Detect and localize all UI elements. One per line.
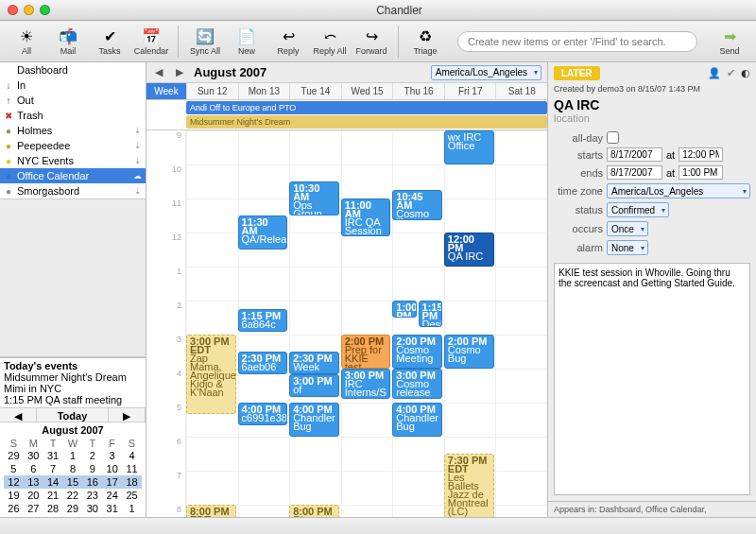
starts-date-input[interactable] [607,147,662,162]
timezone-select-detail[interactable]: America/Los_Angeles [607,183,750,198]
calendar-event[interactable]: 1:15 PMDeskto [419,301,442,327]
calendar-event[interactable]: 4:00 PMChandler Bug [392,403,442,437]
calendar-event[interactable]: 11:00 AMIRC QA Session [341,198,391,236]
calendar-button-icon: 📅 [142,26,161,45]
calendar-event[interactable]: 1:15 PM6a864c [238,309,288,332]
starts-time-input[interactable] [679,147,723,162]
ends-time-input[interactable] [679,165,723,180]
day-header[interactable]: Sat 18 [495,83,547,99]
mini-calendar-title: August 2007 [4,424,142,436]
hour-gutter: 910111212345678 [146,130,186,517]
today-button[interactable]: Today [37,408,110,422]
calendar-event[interactable]: 2:00 PMCosmo Bug [444,335,494,369]
calendar-event[interactable]: 11:30 AMQA/Relea [238,215,288,250]
titlebar: Chandler [0,0,756,21]
new-button[interactable]: 📄New [226,23,267,60]
collection-smorgasbord[interactable]: ●Smorgasbord⇣ [0,183,146,198]
collection-office-calendar[interactable]: ●Office Calendar☁ [0,168,146,183]
day-header[interactable]: Fri 17 [444,83,496,99]
close-icon[interactable] [8,5,18,15]
sidebar: Dashboard↓In↑Out✖Trash●Holmes⇣●Peepeedee… [0,62,146,517]
mail-button[interactable]: 📬Mail [47,23,89,60]
timezone-select[interactable]: America/Los_Angeles [431,65,541,80]
week-button[interactable]: Week [146,83,186,99]
collection-nyc-events[interactable]: ●NYC Events⇣ [0,153,146,168]
today-event-line[interactable]: Midsummer Night's Dream [4,371,142,383]
minimize-icon[interactable] [24,5,34,15]
calendar-event[interactable]: 2:30 PMWeek [289,352,339,374]
calendar-button[interactable]: 📅Calendar [130,23,172,60]
occurs-select[interactable]: Once [607,221,648,236]
collection-holmes[interactable]: ●Holmes⇣ [0,123,146,138]
event-title[interactable]: QA IRC [548,97,756,112]
location-field[interactable]: location [548,112,756,129]
day-header[interactable]: Thu 16 [392,83,444,99]
allday-event[interactable]: Andi Off to Europe and PTO [186,101,547,114]
footer [0,517,756,534]
calendar-event[interactable]: 10:45 AMCosmo "fast [392,190,442,220]
calendar-event[interactable]: 1:00 PM [392,301,416,318]
mail-button-icon: 📬 [59,26,77,45]
day-header[interactable]: Wed 15 [341,83,393,99]
collection-peepeedee[interactable]: ●Peepeedee⇣ [0,138,146,153]
sync-all-button[interactable]: 🔄Sync All [184,23,226,60]
calendar-event[interactable]: 12:00 PMQA IRC [444,233,494,267]
triage-button[interactable]: ♻Triage [404,23,446,60]
next-day-button[interactable]: ▶ [109,408,146,422]
collection-list: Dashboard↓In↑Out✖Trash●Holmes⇣●Peepeedee… [0,62,146,198]
calendar-grid[interactable]: 910111212345678 3:00 PM EDTZap Mama, Ang… [146,130,547,517]
calendar-event[interactable]: 3:00 PMof [289,374,339,397]
all-button-icon: ☀ [17,26,36,45]
user-icon[interactable]: 👤 [708,67,721,79]
calendar-event[interactable]: 7:30 PM EDTLes Ballets Jazz de Montreal … [444,454,494,517]
all-button[interactable]: ☀All [6,23,47,60]
triage-badge[interactable]: LATER [554,66,600,80]
collection-out[interactable]: ↑Out [0,93,146,108]
calendar-event[interactable]: wx IRC Office [444,130,494,164]
send-button[interactable]: ➡ Send [709,23,750,60]
forward-button-icon: ↪ [362,26,381,45]
search-field[interactable] [457,31,697,52]
search-input[interactable] [457,31,697,52]
calendar-event[interactable]: 8:00 PM EDTCaribbea Music (LC) [186,505,236,517]
reply-button[interactable]: ↩Reply [267,23,309,60]
calendar-event[interactable]: 2:00 PMPrep for KKIE test [341,335,391,369]
collection-trash[interactable]: ✖Trash [0,108,146,123]
calendar-event[interactable]: 3:00 PM EDTZap Mama, Angelique Kidjo & K… [186,335,236,414]
check-icon[interactable]: ✔ [727,67,735,79]
calendar-event[interactable]: 4:00 PMChandler Bug [289,403,339,437]
today-events-panel: Today's events Midsummer Night's DreamMi… [0,357,146,407]
ends-date-input[interactable] [607,165,662,180]
created-by-label: Created by demo3 on 8/15/07 1:43 PM [548,84,756,97]
status-select[interactable]: Confirmed [607,202,669,217]
collection-in[interactable]: ↓In [0,78,146,93]
notes-field[interactable]: KKIE test session in Whoville. Going thr… [554,263,750,495]
today-event-line[interactable]: Mimi in NYC [4,383,142,394]
mini-calendar[interactable]: August 2007 SMTWTFS293031123456789101112… [0,422,146,517]
month-label: August 2007 [194,65,266,79]
calendar-event[interactable]: 8:00 PMRiver to River Festival Movie Nig… [289,505,339,517]
reply-all-button[interactable]: ⤺Reply All [309,23,351,60]
allday-checkbox[interactable] [607,131,619,144]
day-header[interactable]: Mon 13 [238,83,290,99]
zoom-icon[interactable] [40,5,50,15]
calendar-event[interactable]: 2:30 PM6aeb06 [238,352,288,374]
calendar-event[interactable]: 3:00 PMCosmo release [392,369,442,399]
today-event-line[interactable]: 1:15 PM QA staff meeting [4,394,142,405]
next-week-button[interactable]: ▶ [173,66,186,78]
reply-all-button-icon: ⤺ [320,26,339,45]
calendar-event[interactable]: 2:00 PMCosmo Meeting [392,335,442,369]
calendar-event[interactable]: 10:30 AMOps Group [289,181,339,215]
prev-day-button[interactable]: ◀ [0,408,37,422]
calendar-event[interactable]: 4:00 PMc6991e38 [238,403,288,425]
allday-event[interactable]: Midsummer Night's Dream [186,115,547,129]
day-header[interactable]: Tue 14 [289,83,341,99]
alarm-select[interactable]: None [607,240,648,255]
collection-dashboard[interactable]: Dashboard [0,62,146,78]
day-header[interactable]: Sun 12 [186,83,238,99]
prev-week-button[interactable]: ◀ [152,66,165,78]
tasks-button[interactable]: ✔Tasks [89,23,130,60]
clock-icon[interactable]: ◐ [741,67,750,79]
calendar-event[interactable]: 3:00 PMIRC Interns/S [341,369,391,399]
forward-button[interactable]: ↪Forward [351,23,392,60]
